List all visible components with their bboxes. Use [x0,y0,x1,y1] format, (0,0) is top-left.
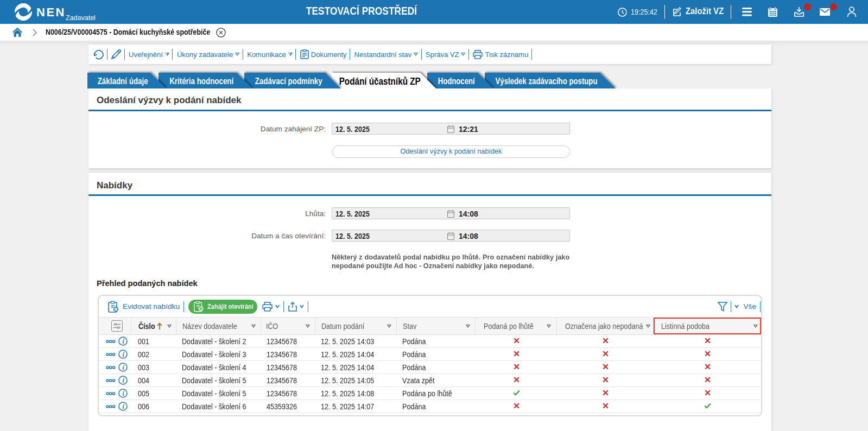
svg-text:Výsledek zadávacího postupu: Výsledek zadávacího postupu [496,76,598,86]
svg-text:i: i [122,377,124,384]
svg-text:Základní údaje: Základní údaje [98,76,148,86]
svg-text:Podání účastníků ZP: Podání účastníků ZP [339,75,421,87]
svg-text:i: i [122,403,124,410]
svg-text:Zadávací podmínky: Zadávací podmínky [255,76,322,86]
svg-text:i: i [122,390,124,397]
svg-text:i: i [122,364,124,371]
svg-text:i: i [122,351,124,358]
svg-text:i: i [122,338,124,345]
svg-text:Hodnocení: Hodnocení [438,76,476,86]
svg-text:Kritéria hodnocení: Kritéria hodnocení [169,76,234,86]
